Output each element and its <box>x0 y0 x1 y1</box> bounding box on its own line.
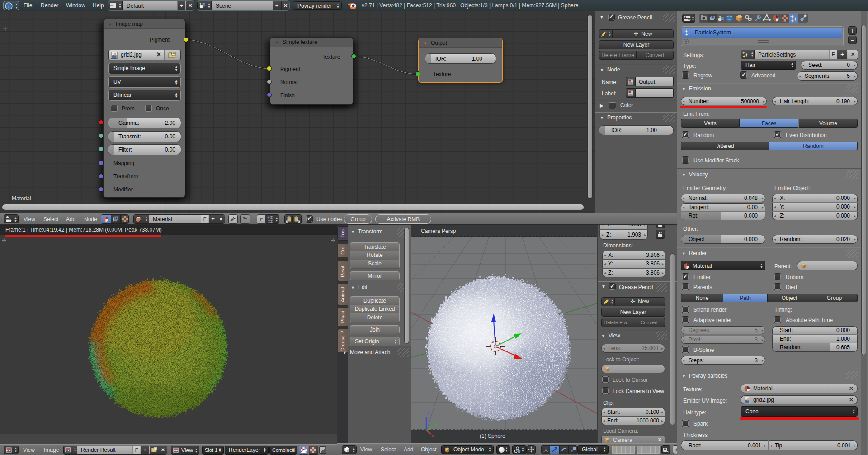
svg-text:x: x <box>432 433 434 438</box>
svg-text:y: y <box>435 422 437 427</box>
svg-text:Camera Persp: Camera Persp <box>421 228 456 234</box>
svg-text:i: i <box>8 4 9 9</box>
svg-text:(1) Sphere: (1) Sphere <box>480 433 505 439</box>
svg-text:z: z <box>427 411 429 416</box>
